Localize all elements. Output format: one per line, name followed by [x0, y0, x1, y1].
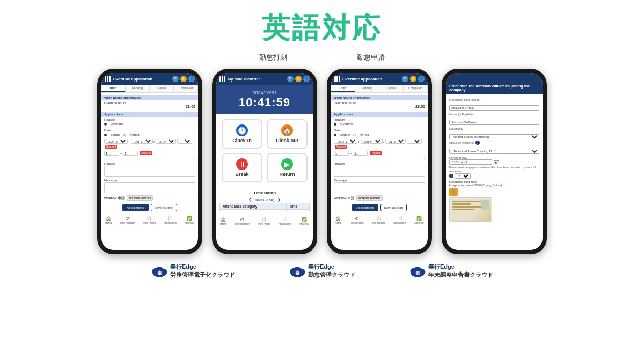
tab-pending-1[interactable]: Pending [126, 85, 150, 92]
hour-end-input-3[interactable]: 1: [353, 151, 368, 156]
phone-timerecorder: My time recorder 🔍 🔔 👤 2024/10/31 10:41:… [212, 69, 317, 254]
break-btn[interactable]: ⏸ Break [222, 153, 262, 182]
clock-in-btn[interactable]: 🕐 Clock-In [222, 119, 262, 149]
timestamp-nav: ❮ 10/31 (Thu) ❯ [216, 196, 313, 203]
hour-end-input-1[interactable]: 1: [123, 151, 138, 156]
file-link[interactable]: 1887088.png [474, 183, 491, 187]
save-btn-3[interactable]: Save as draft [380, 204, 407, 211]
bell-icon-2[interactable]: 🔔 [295, 76, 302, 82]
nav-timerecorder-1[interactable]: ⏱ Time recorder [120, 216, 135, 224]
nav-approval-1[interactable]: ✅ Approval [185, 216, 194, 224]
tab-draft-1[interactable]: Draft [101, 85, 126, 92]
prev-arrow[interactable]: ❮ [248, 197, 252, 202]
day-select-1[interactable]: 31 ∨ [156, 139, 176, 144]
month-select-3[interactable]: Oct ∨ [361, 139, 383, 144]
user-icon-3[interactable]: 👤 [418, 76, 425, 82]
workflow-row-3: Workflow: 申請 Workflow selection [331, 194, 428, 202]
period-input[interactable] [449, 159, 492, 165]
nav-workrecord-3[interactable]: 📋 Work record [372, 216, 385, 224]
calendar-icon[interactable]: 📅 [494, 160, 499, 165]
workflow-btn-1[interactable]: Workflow selection [127, 195, 153, 201]
radio-period-1[interactable] [123, 134, 126, 136]
tab-completed-3[interactable]: Completed [404, 85, 428, 92]
app-title-3: Overtime application [342, 77, 400, 82]
time-row-1: 1: ~ 1: Required [101, 150, 198, 156]
radio-period-3[interactable] [353, 134, 356, 136]
day-select-3[interactable]: 31 ∨ [385, 139, 406, 144]
nav-timerecorder-2[interactable]: ⏱ Time recorder [235, 217, 250, 225]
search-icon-1[interactable]: 🔍 [172, 76, 179, 82]
logo-img-3: 奉 奉行Edge 年末調整申告書クラウド [409, 263, 493, 279]
company-title: Procedure for Johnson Williams's joining… [449, 84, 539, 92]
nav-timerecorder-3[interactable]: ⏱ Time recorder [349, 216, 364, 224]
user-icon-2[interactable]: 👤 [303, 76, 310, 82]
phone-screen-2: My time recorder 🔍 🔔 👤 2024/10/31 10:41:… [216, 73, 313, 250]
reason-textarea-3[interactable] [334, 166, 425, 177]
dow-select-1[interactable]: (Thu) ∨ [177, 139, 192, 144]
status-info-badge: i [475, 141, 480, 145]
name-input[interactable] [449, 120, 539, 125]
applications-btn-3[interactable]: Applications [352, 204, 378, 211]
search-icon-2[interactable]: 🔍 [287, 76, 294, 82]
tab-denial-1[interactable]: Denial [150, 85, 174, 92]
tab-denial-3[interactable]: Denial [379, 85, 404, 92]
save-btn-1[interactable]: Save as draft [151, 204, 177, 211]
delete-link[interactable]: [Delete] [492, 183, 502, 187]
user-icon-1[interactable]: 👤 [188, 76, 195, 82]
overtime-row-1: Overtime hours 28:00 [101, 100, 198, 109]
tab-pending-3[interactable]: Pending [355, 85, 379, 92]
nav-applications-3[interactable]: 📄 Applications [393, 216, 406, 224]
hour-input-3[interactable]: 1: [334, 151, 349, 156]
message-textarea-3[interactable] [334, 182, 425, 193]
date-row-3: 2024 ∨ / Oct ∨ / 31 ∨ (Thu) ∨ Required [331, 138, 428, 149]
logo-brand-1: 奉行Edge [170, 263, 235, 271]
field-label-name: Name (in English) [449, 113, 539, 116]
hour-input-1[interactable]: 1: [104, 151, 119, 156]
nav-approval-2[interactable]: ✅ Approval [299, 217, 309, 225]
nav-applications-1[interactable]: 📄 Applications [164, 216, 177, 224]
search-icon-3[interactable]: 🔍 [402, 76, 408, 82]
nav-home-1[interactable]: 🏠 Home [105, 216, 112, 224]
logo-text-3: 奉行Edge 年末調整申告書クラウド [428, 263, 493, 279]
logo-text-1: 奉行Edge 労務管理電子化クラウド [170, 263, 235, 279]
radio-simple-3[interactable] [334, 134, 336, 136]
tab-draft-3[interactable]: Draft [331, 85, 355, 92]
card-number-input[interactable] [449, 105, 539, 111]
radio-active-1[interactable] [104, 123, 107, 126]
radio-simple-1[interactable] [104, 134, 107, 136]
logo-product-3: 年末調整申告書クラウド [428, 271, 493, 279]
status-select[interactable]: Technical Intern Training No. 1 [449, 149, 539, 154]
app-header-1: Overtime application 🔍 🔔 👤 [101, 73, 198, 85]
applications-btn-1[interactable]: Applications [122, 204, 148, 211]
nav-workrecord-1[interactable]: 📋 Work record [143, 216, 156, 224]
nav-home-3[interactable]: 🏠 Home [335, 216, 341, 224]
year-select-3[interactable]: 2024 ∨ [334, 139, 357, 144]
upload-btn[interactable]: 📎 [449, 188, 458, 196]
return-label: Return [280, 172, 295, 177]
yes-dropdown[interactable]: Yes [455, 173, 471, 179]
message-textarea-1[interactable] [104, 182, 195, 193]
nav-home-2[interactable]: 🏠 Home [220, 217, 226, 225]
clock-out-btn[interactable]: 🏠 Clock-out [267, 119, 308, 149]
year-select-1[interactable]: 2024 ∨ [104, 139, 128, 144]
nationality-select[interactable]: United States of America [449, 134, 539, 139]
phone-company: Procedure for Johnson Williams's joining… [442, 69, 547, 254]
tab-completed-1[interactable]: Completed [174, 85, 198, 92]
bell-icon-1[interactable]: 🔔 [180, 76, 187, 82]
nav-applications-2[interactable]: 📄 Applications [279, 217, 291, 225]
timerecorder-icon-2: ⏱ [239, 217, 245, 222]
phone-screen-3: Overtime application 🔍 🔔 👤 Draft Pending… [331, 73, 428, 250]
month-select-1[interactable]: Oct ∨ [131, 139, 153, 144]
message-row-1: Message [101, 178, 198, 194]
timerecorder-icon-1: ⏱ [124, 216, 130, 221]
bell-icon-3[interactable]: 🔔 [410, 76, 416, 82]
return-btn[interactable]: ▶ Return [267, 153, 308, 182]
next-arrow[interactable]: ❯ [277, 197, 281, 202]
nav-workrecord-2[interactable]: 📋 Work record [258, 217, 270, 225]
nav-approval-3[interactable]: ✅ Approval [414, 216, 424, 224]
workflow-btn-3[interactable]: Workflow selection [356, 195, 383, 201]
radio-active-3[interactable] [334, 123, 336, 126]
reason-textarea-1[interactable] [104, 166, 195, 177]
dow-select-3[interactable]: (Thu) ∨ [407, 139, 422, 144]
work-hours-section-3: Work hours information [331, 95, 428, 100]
